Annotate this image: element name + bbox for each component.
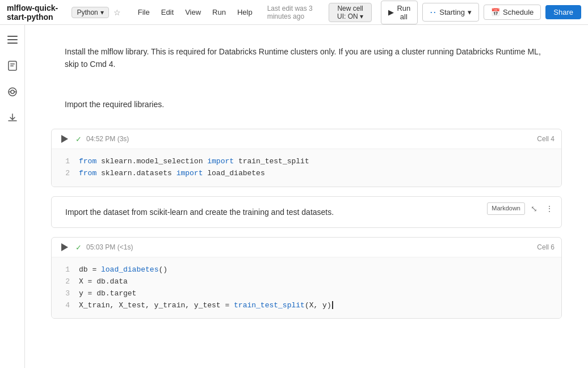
new-cell-ui-button[interactable]: New cell UI: ON ▾ [329,3,372,22]
language-label: Python [77,9,98,16]
run-cell-4-button[interactable] [58,133,71,145]
sidebar [0,25,25,368]
run-all-icon: ▶ [388,8,394,16]
sidebar-icon-files[interactable] [5,58,20,74]
new-cell-ui-label: New cell UI: ON [337,5,363,20]
markdown-toolbar: Markdown ⤡ ⋮ [487,201,556,216]
schedule-button[interactable]: 📅 Schedule [484,5,541,20]
menu-bar: File Edit View Run Help [132,6,258,19]
svg-rect-0 [7,36,18,37]
table-row: 1 db = load_diabetes() [61,264,552,276]
cell-6-code-body[interactable]: 1 db = load_diabetes() 2 X = db.data 3 y… [52,257,561,318]
line-code: db = load_diabetes() [79,264,167,276]
calendar-icon: 📅 [491,8,500,16]
markdown-badge[interactable]: Markdown [487,202,525,215]
line-number: 2 [61,168,70,180]
cell-6-time: 05:03 PM (<1s) [86,243,133,251]
language-badge[interactable]: Python ▾ [72,7,108,18]
schedule-label: Schedule [503,8,534,16]
starting-arrow: ▾ [468,8,472,16]
line-code: from sklearn.model_selection import trai… [79,156,309,168]
cell-4-time: 04:52 PM (3s) [86,135,129,143]
markdown-cell-1: Install the mlflow library. This is requ… [51,36,562,80]
line-code: y = db.target [79,288,136,300]
expand-icon[interactable]: ⤡ [528,201,540,216]
cell-6-check-icon: ✓ [75,243,82,252]
more-options-icon[interactable]: ⋮ [543,201,556,216]
table-row: 1 from sklearn.model_selection import tr… [61,156,552,168]
run-all-button[interactable]: ▶ Run all [381,1,418,24]
menu-run[interactable]: Run [207,6,232,19]
svg-point-7 [11,90,14,94]
last-edit-label: Last edit was 3 minutes ago [267,5,320,20]
table-row: 4 X_train, X_test, y_train, y_test = tra… [61,300,552,312]
svg-rect-2 [7,43,18,44]
starting-label: Starting [439,8,465,16]
notebook-title: mlflow-quick-start-python [7,3,67,22]
line-number: 3 [61,288,70,300]
line-number: 4 [61,300,70,312]
code-cell-4-header: ✓ 04:52 PM (3s) Cell 4 [52,129,561,149]
star-icon[interactable]: ☆ [114,8,121,17]
line-number: 1 [61,264,70,276]
markdown-text-1: Install the mlflow library. This is requ… [65,47,541,69]
menu-edit[interactable]: Edit [156,6,179,19]
cell-6-label: Cell 6 [537,243,555,251]
svg-rect-4 [10,64,15,65]
new-cell-arrow: ▾ [360,12,363,20]
table-row: 2 from sklearn.datasets import load_diab… [61,168,552,180]
sidebar-icon-menu[interactable] [5,32,20,48]
svg-rect-1 [7,39,18,40]
notebook-content: Install the mlflow library. This is requ… [25,25,588,368]
dots-icon: ·· [430,6,436,18]
table-row: 2 X = db.data [61,276,552,288]
markdown-text-3: Import the dataset from scikit-learn and… [65,208,334,217]
top-bar: mlflow-quick-start-python Python ▾ ☆ Fil… [0,0,588,25]
line-number: 1 [61,156,70,168]
share-button[interactable]: Share [545,5,581,19]
svg-marker-11 [61,243,68,251]
markdown-text-2: Import the required libraries. [65,100,164,109]
table-row: 3 y = db.target [61,288,552,300]
line-code: X_train, X_test, y_train, y_test = train… [79,300,333,312]
starting-button[interactable]: ·· Starting ▾ [422,3,479,22]
cell-4-check-icon: ✓ [75,135,82,143]
run-all-label: Run all [397,4,410,21]
svg-rect-5 [10,66,14,67]
menu-help[interactable]: Help [232,6,258,19]
sidebar-icon-export[interactable] [5,110,20,126]
run-cell-6-button[interactable] [58,241,71,253]
line-code: from sklearn.datasets import load_diabet… [79,168,265,180]
code-cell-4: ✓ 04:52 PM (3s) Cell 4 1 from sklearn.mo… [51,129,562,187]
cell-4-code-body[interactable]: 1 from sklearn.model_selection import tr… [52,149,561,187]
cell-4-label: Cell 4 [537,135,555,143]
main-layout: Install the mlflow library. This is requ… [0,25,588,368]
line-number: 2 [61,276,70,288]
code-cell-6-header: ✓ 05:03 PM (<1s) Cell 6 [52,238,561,257]
markdown-cell-selected: Markdown ⤡ ⋮ Import the dataset from sci… [51,196,562,228]
sidebar-icon-network[interactable] [5,84,20,100]
line-code: X = db.data [79,276,128,288]
menu-view[interactable]: View [179,6,207,19]
svg-marker-10 [61,135,68,143]
markdown-cell-2: Import the required libraries. [51,89,562,120]
share-label: Share [553,8,573,16]
code-cell-6: ✓ 05:03 PM (<1s) Cell 6 1 db = load_diab… [51,237,562,319]
language-arrow: ▾ [100,9,104,16]
menu-file[interactable]: File [132,6,156,19]
